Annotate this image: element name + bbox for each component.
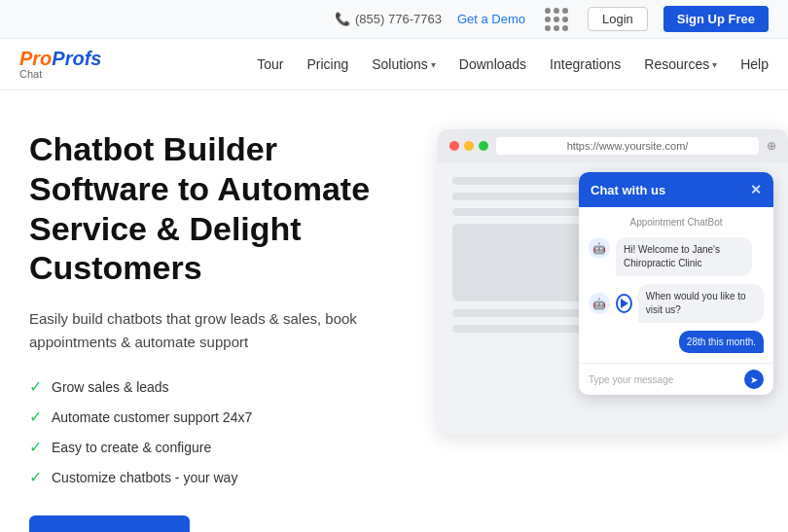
- nav-links: Tour Pricing Solutions ▾ Downloads Integ…: [257, 56, 769, 72]
- chat-bubble-user: 28th this month.: [679, 331, 764, 353]
- send-button[interactable]: ➤: [744, 370, 764, 389]
- hero-title: Chatbot Builder Software to Automate Ser…: [29, 129, 409, 288]
- cta-row: Get Started Free Get a Demo →: [29, 515, 409, 532]
- check-icon: ✓: [29, 377, 42, 396]
- chat-widget: Chat with us ✕ Appointment ChatBot 🤖 Hi!…: [579, 172, 773, 395]
- list-item: ✓ Customize chatbots - your way: [29, 468, 409, 486]
- nav-downloads[interactable]: Downloads: [459, 56, 526, 72]
- check-icon: ✓: [29, 438, 42, 456]
- browser-traffic-lights: [449, 141, 488, 151]
- chat-bot-name: Appointment ChatBot: [589, 217, 764, 228]
- traffic-light-red: [449, 141, 459, 151]
- bot-avatar: 🤖: [589, 293, 610, 314]
- chat-header-title: Chat with us: [591, 183, 665, 197]
- hero-checklist: ✓ Grow sales & leads ✓ Automate customer…: [29, 377, 409, 486]
- signup-button[interactable]: Sign Up Free: [663, 6, 769, 32]
- nav-pricing[interactable]: Pricing: [306, 56, 348, 72]
- logo-chat: Chat: [19, 69, 101, 80]
- browser-url-bar[interactable]: https://www.yoursite.com/: [496, 137, 759, 155]
- list-item: ✓ Automate customer support 24x7: [29, 408, 409, 426]
- browser-mockup: https://www.yoursite.com/ ⊕ Chat with us: [438, 129, 788, 435]
- play-button[interactable]: [616, 294, 632, 313]
- logo-proprofs: ProProfs: [19, 49, 101, 68]
- check-icon: ✓: [29, 468, 42, 486]
- list-item: ✓ Grow sales & leads: [29, 377, 409, 396]
- list-item: ✓ Easy to create & configure: [29, 438, 409, 456]
- nav-help[interactable]: Help: [740, 56, 769, 72]
- hero-left: Chatbot Builder Software to Automate Ser…: [29, 129, 409, 532]
- phone-number: 📞 (855) 776-7763: [335, 12, 442, 26]
- close-icon[interactable]: ✕: [750, 182, 762, 197]
- chat-video-row: 🤖 When would you like to visit us?: [589, 284, 764, 323]
- hero-illustration: https://www.yoursite.com/ ⊕ Chat with us: [438, 129, 788, 435]
- nav-tour[interactable]: Tour: [257, 56, 283, 72]
- traffic-light-green: [479, 141, 488, 151]
- chat-message-row: 🤖 Hi! Welcome to Jane's Chiropractic Cli…: [589, 237, 764, 276]
- nav-resources[interactable]: Resources ▾: [644, 56, 717, 72]
- nav-integrations[interactable]: Integrations: [550, 56, 621, 72]
- send-icon: ➤: [750, 374, 758, 385]
- chevron-down-icon: ▾: [712, 59, 717, 70]
- browser-content: Chat with us ✕ Appointment ChatBot 🤖 Hi!…: [438, 162, 788, 435]
- chat-input[interactable]: Type your message: [589, 374, 738, 385]
- chat-body: Appointment ChatBot 🤖 Hi! Welcome to Jan…: [579, 207, 773, 363]
- phone-icon: 📞: [335, 12, 350, 26]
- hero-section: Chatbot Builder Software to Automate Ser…: [0, 90, 788, 532]
- chevron-down-icon: ▾: [431, 59, 436, 70]
- browser-bar: https://www.yoursite.com/ ⊕: [438, 129, 788, 162]
- get-started-button[interactable]: Get Started Free: [29, 515, 190, 532]
- top-bar: 📞 (855) 776-7763 Get a Demo Login Sign U…: [0, 0, 788, 39]
- user-message-row: 28th this month.: [589, 331, 764, 353]
- chat-header: Chat with us ✕: [579, 172, 773, 207]
- check-icon: ✓: [29, 408, 42, 426]
- traffic-light-yellow: [464, 141, 474, 151]
- chat-bubble-question: When would you like to visit us?: [638, 284, 764, 323]
- chat-input-row: Type your message ➤: [579, 363, 773, 395]
- hero-subtitle: Easily build chatbots that grow leads & …: [29, 307, 409, 354]
- play-icon: [621, 299, 628, 308]
- bot-avatar: 🤖: [589, 237, 610, 259]
- top-demo-link[interactable]: Get a Demo: [457, 12, 525, 26]
- nav-solutions[interactable]: Solutions ▾: [372, 56, 436, 72]
- chat-bubble-bot: Hi! Welcome to Jane's Chiropractic Clini…: [616, 237, 752, 276]
- grid-icon: [545, 8, 568, 31]
- logo[interactable]: ProProfs Chat: [19, 49, 101, 80]
- login-button[interactable]: Login: [588, 7, 648, 31]
- navigation: ProProfs Chat Tour Pricing Solutions ▾ D…: [0, 39, 788, 90]
